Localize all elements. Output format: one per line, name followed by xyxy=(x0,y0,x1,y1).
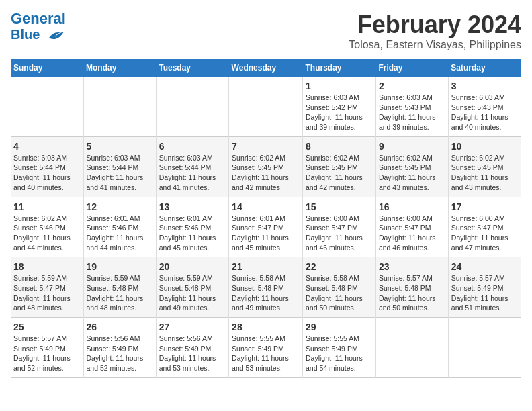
calendar-week-row: 4Sunrise: 6:03 AM Sunset: 5:44 PM Daylig… xyxy=(11,136,521,197)
cell-detail: Sunrise: 5:59 AM Sunset: 5:47 PM Dayligh… xyxy=(13,273,81,313)
calendar-cell: 13Sunrise: 6:01 AM Sunset: 5:46 PM Dayli… xyxy=(156,197,228,257)
cell-detail: Sunrise: 5:59 AM Sunset: 5:48 PM Dayligh… xyxy=(159,273,226,313)
day-number: 13 xyxy=(159,201,226,212)
calendar-cell xyxy=(11,77,83,136)
bird-icon xyxy=(46,29,65,42)
cell-detail: Sunrise: 6:02 AM Sunset: 5:45 PM Dayligh… xyxy=(232,153,300,193)
weekday-header-cell: Sunday xyxy=(11,59,83,77)
weekday-header-cell: Friday xyxy=(375,59,448,77)
day-number: 25 xyxy=(13,322,81,332)
calendar-cell: 20Sunrise: 5:59 AM Sunset: 5:48 PM Dayli… xyxy=(156,257,228,318)
weekday-header-cell: Monday xyxy=(83,59,156,77)
day-number: 17 xyxy=(451,201,519,212)
calendar-week-row: 11Sunrise: 6:02 AM Sunset: 5:46 PM Dayli… xyxy=(11,197,521,257)
cell-detail: Sunrise: 6:03 AM Sunset: 5:44 PM Dayligh… xyxy=(13,153,81,193)
day-number: 16 xyxy=(379,201,445,212)
cell-detail: Sunrise: 6:02 AM Sunset: 5:45 PM Dayligh… xyxy=(306,153,373,193)
day-number: 21 xyxy=(232,261,300,272)
cell-detail: Sunrise: 6:00 AM Sunset: 5:47 PM Dayligh… xyxy=(379,214,445,253)
title-block: February 2024 Tolosa, Eastern Visayas, P… xyxy=(349,11,521,51)
day-number: 15 xyxy=(306,201,373,212)
day-number: 9 xyxy=(379,141,445,152)
calendar-cell: 28Sunrise: 5:55 AM Sunset: 5:49 PM Dayli… xyxy=(229,318,303,378)
calendar-cell: 9Sunrise: 6:02 AM Sunset: 5:45 PM Daylig… xyxy=(375,136,448,197)
logo-subtext: Blue xyxy=(11,27,66,42)
calendar-cell: 25Sunrise: 5:57 AM Sunset: 5:49 PM Dayli… xyxy=(11,318,83,378)
cell-detail: Sunrise: 5:58 AM Sunset: 5:48 PM Dayligh… xyxy=(232,273,300,313)
page-header: General Blue February 2024 Tolosa, Easte… xyxy=(11,11,521,51)
calendar-week-row: 25Sunrise: 5:57 AM Sunset: 5:49 PM Dayli… xyxy=(11,318,521,378)
calendar-cell: 24Sunrise: 5:57 AM Sunset: 5:49 PM Dayli… xyxy=(448,257,521,318)
calendar-cell: 10Sunrise: 6:02 AM Sunset: 5:45 PM Dayli… xyxy=(448,136,521,197)
day-number: 29 xyxy=(306,322,373,332)
cell-detail: Sunrise: 6:03 AM Sunset: 5:43 PM Dayligh… xyxy=(451,93,519,132)
cell-detail: Sunrise: 6:01 AM Sunset: 5:46 PM Dayligh… xyxy=(159,214,226,253)
calendar-cell: 22Sunrise: 5:58 AM Sunset: 5:48 PM Dayli… xyxy=(303,257,376,318)
location: Tolosa, Eastern Visayas, Philippines xyxy=(349,39,521,51)
calendar-cell: 6Sunrise: 6:03 AM Sunset: 5:44 PM Daylig… xyxy=(156,136,228,197)
cell-detail: Sunrise: 6:03 AM Sunset: 5:42 PM Dayligh… xyxy=(306,93,373,132)
day-number: 12 xyxy=(87,201,153,212)
calendar-cell: 3Sunrise: 6:03 AM Sunset: 5:43 PM Daylig… xyxy=(448,77,521,136)
logo-text: General xyxy=(11,11,66,27)
day-number: 11 xyxy=(13,201,81,212)
cell-detail: Sunrise: 5:57 AM Sunset: 5:49 PM Dayligh… xyxy=(13,334,81,373)
calendar-cell: 26Sunrise: 5:56 AM Sunset: 5:49 PM Dayli… xyxy=(83,318,156,378)
calendar-body: 1Sunrise: 6:03 AM Sunset: 5:42 PM Daylig… xyxy=(11,77,521,377)
calendar-cell xyxy=(448,318,521,378)
day-number: 4 xyxy=(13,141,81,152)
cell-detail: Sunrise: 6:00 AM Sunset: 5:47 PM Dayligh… xyxy=(306,214,373,253)
cell-detail: Sunrise: 6:01 AM Sunset: 5:46 PM Dayligh… xyxy=(87,214,153,253)
cell-detail: Sunrise: 6:02 AM Sunset: 5:46 PM Dayligh… xyxy=(13,214,81,253)
calendar-cell: 23Sunrise: 5:57 AM Sunset: 5:48 PM Dayli… xyxy=(375,257,448,318)
weekday-header-cell: Saturday xyxy=(448,59,521,77)
cell-detail: Sunrise: 5:56 AM Sunset: 5:49 PM Dayligh… xyxy=(87,334,153,373)
calendar-cell xyxy=(83,77,156,136)
cell-detail: Sunrise: 6:02 AM Sunset: 5:45 PM Dayligh… xyxy=(379,153,445,193)
calendar-week-row: 1Sunrise: 6:03 AM Sunset: 5:42 PM Daylig… xyxy=(11,77,521,136)
calendar-cell: 14Sunrise: 6:01 AM Sunset: 5:47 PM Dayli… xyxy=(229,197,303,257)
cell-detail: Sunrise: 6:03 AM Sunset: 5:44 PM Dayligh… xyxy=(87,153,153,193)
calendar-cell xyxy=(375,318,448,378)
cell-detail: Sunrise: 5:58 AM Sunset: 5:48 PM Dayligh… xyxy=(306,273,373,313)
day-number: 1 xyxy=(306,81,373,91)
calendar-cell: 2Sunrise: 6:03 AM Sunset: 5:43 PM Daylig… xyxy=(375,77,448,136)
weekday-header-cell: Tuesday xyxy=(156,59,228,77)
cell-detail: Sunrise: 6:02 AM Sunset: 5:45 PM Dayligh… xyxy=(451,153,519,193)
cell-detail: Sunrise: 5:55 AM Sunset: 5:49 PM Dayligh… xyxy=(306,334,373,373)
day-number: 24 xyxy=(451,261,519,272)
cell-detail: Sunrise: 6:00 AM Sunset: 5:47 PM Dayligh… xyxy=(451,214,519,253)
logo: General Blue xyxy=(11,11,66,42)
day-number: 14 xyxy=(232,201,300,212)
day-number: 20 xyxy=(159,261,226,272)
cell-detail: Sunrise: 5:59 AM Sunset: 5:48 PM Dayligh… xyxy=(87,273,153,313)
calendar-cell: 29Sunrise: 5:55 AM Sunset: 5:49 PM Dayli… xyxy=(303,318,376,378)
calendar-table: SundayMondayTuesdayWednesdayThursdayFrid… xyxy=(11,59,521,378)
day-number: 3 xyxy=(451,81,519,91)
calendar-cell: 4Sunrise: 6:03 AM Sunset: 5:44 PM Daylig… xyxy=(11,136,83,197)
cell-detail: Sunrise: 5:57 AM Sunset: 5:49 PM Dayligh… xyxy=(451,273,519,313)
calendar-cell: 18Sunrise: 5:59 AM Sunset: 5:47 PM Dayli… xyxy=(11,257,83,318)
weekday-header-cell: Wednesday xyxy=(229,59,303,77)
day-number: 2 xyxy=(379,81,445,91)
calendar-week-row: 18Sunrise: 5:59 AM Sunset: 5:47 PM Dayli… xyxy=(11,257,521,318)
calendar-cell xyxy=(229,77,303,136)
day-number: 28 xyxy=(232,322,300,332)
calendar-cell: 12Sunrise: 6:01 AM Sunset: 5:46 PM Dayli… xyxy=(83,197,156,257)
cell-detail: Sunrise: 6:03 AM Sunset: 5:43 PM Dayligh… xyxy=(379,93,445,132)
calendar-cell: 16Sunrise: 6:00 AM Sunset: 5:47 PM Dayli… xyxy=(375,197,448,257)
day-number: 26 xyxy=(87,322,153,332)
calendar-cell: 21Sunrise: 5:58 AM Sunset: 5:48 PM Dayli… xyxy=(229,257,303,318)
cell-detail: Sunrise: 5:57 AM Sunset: 5:48 PM Dayligh… xyxy=(379,273,445,313)
weekday-header-cell: Thursday xyxy=(303,59,376,77)
day-number: 19 xyxy=(87,261,153,272)
day-number: 5 xyxy=(87,141,153,152)
day-number: 18 xyxy=(13,261,81,272)
calendar-cell: 27Sunrise: 5:56 AM Sunset: 5:49 PM Dayli… xyxy=(156,318,228,378)
calendar-cell: 8Sunrise: 6:02 AM Sunset: 5:45 PM Daylig… xyxy=(303,136,376,197)
calendar-cell: 7Sunrise: 6:02 AM Sunset: 5:45 PM Daylig… xyxy=(229,136,303,197)
day-number: 8 xyxy=(306,141,373,152)
calendar-cell: 19Sunrise: 5:59 AM Sunset: 5:48 PM Dayli… xyxy=(83,257,156,318)
cell-detail: Sunrise: 5:55 AM Sunset: 5:49 PM Dayligh… xyxy=(232,334,300,373)
cell-detail: Sunrise: 5:56 AM Sunset: 5:49 PM Dayligh… xyxy=(159,334,226,373)
